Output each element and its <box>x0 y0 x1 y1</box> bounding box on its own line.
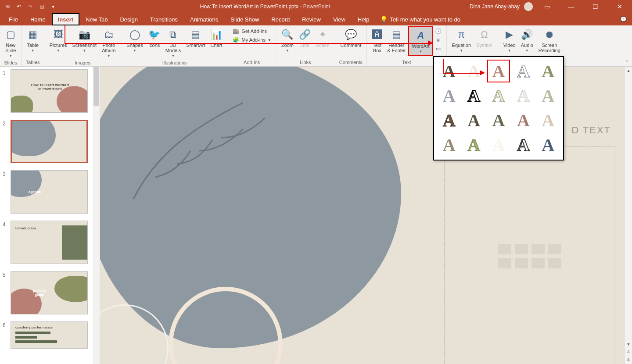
thumbnail-5[interactable]: 5 primary goals <box>0 271 100 314</box>
slide-number-button[interactable]: # <box>435 36 442 43</box>
tab-slideshow[interactable]: Slide Show <box>224 13 265 25</box>
wordart-style-1-4[interactable]: A <box>537 84 560 107</box>
thumbnail-2[interactable]: 2 <box>0 120 100 163</box>
undo-icon[interactable]: ↶ <box>15 3 23 11</box>
tab-record[interactable]: Record <box>265 13 296 25</box>
wordart-style-0-4[interactable]: A <box>537 60 560 82</box>
tab-review[interactable]: Review <box>296 13 327 25</box>
autosave-icon[interactable]: ⟲ <box>4 3 11 11</box>
insert-online-picture-icon[interactable] <box>515 258 528 268</box>
scroll-up-icon[interactable]: ▲ <box>625 67 632 75</box>
wordart-style-1-1[interactable]: A <box>462 84 485 107</box>
wordart-style-2-3[interactable]: A <box>512 109 535 132</box>
slide-thumbnail-panel[interactable]: 1 How To Insert WordArt In PowerPoint 2 … <box>0 67 100 364</box>
title-placeholder-text[interactable]: D TEXT <box>571 125 611 136</box>
insert-icon-icon[interactable] <box>548 258 561 268</box>
insert-table-icon[interactable] <box>498 244 511 254</box>
text-box-button[interactable]: 🅰 Text Box <box>370 26 384 54</box>
screen-recording-button[interactable]: ⏺ Screen Recording <box>536 26 563 54</box>
tab-design[interactable]: Design <box>114 13 144 25</box>
previous-slide-icon[interactable]: ≙ <box>625 348 632 356</box>
content-placeholder[interactable] <box>444 146 615 364</box>
tab-help[interactable]: Help <box>352 13 376 25</box>
redo-icon[interactable]: ↷ <box>26 3 34 11</box>
wordart-style-2-4[interactable]: A <box>537 109 560 132</box>
my-addins-button[interactable]: 🧩My Add-ins ▼ <box>233 36 271 43</box>
pictures-button[interactable]: 🖼 Pictures ▼ <box>47 26 70 54</box>
wordart-style-3-2[interactable]: A <box>487 133 510 156</box>
insert-picture-icon[interactable] <box>498 258 511 268</box>
tab-view[interactable]: View <box>327 13 352 25</box>
screenshot-icon: 📷 <box>79 28 90 42</box>
object-button[interactable]: ▭ <box>435 45 442 52</box>
link-button: 🔗 Link <box>296 26 313 49</box>
thumbnail-1[interactable]: 1 How To Insert WordArt In PowerPoint <box>0 69 100 113</box>
new-slide-button[interactable]: ▢ New Slide ▼ <box>3 26 18 59</box>
get-addins-button[interactable]: 🏬Get Add-ins <box>233 28 271 35</box>
tell-me-search[interactable]: 💡 Tell me what you want to do <box>380 13 460 25</box>
equation-icon: π <box>458 28 465 42</box>
tab-insert[interactable]: Insert <box>52 13 79 25</box>
wordart-style-3-1[interactable]: A <box>462 133 485 156</box>
tab-home[interactable]: Home <box>24 13 52 25</box>
wordart-style-3-4[interactable]: A <box>537 133 560 156</box>
tab-animations[interactable]: Animations <box>184 13 224 25</box>
chevron-down-icon: ▼ <box>133 49 136 53</box>
icons-button[interactable]: 🐦 Icons <box>146 26 163 49</box>
qat-customize-icon[interactable]: ▾ <box>49 3 57 11</box>
maximize-button[interactable]: ☐ <box>585 0 605 13</box>
wordart-style-2-2[interactable]: A <box>487 109 510 132</box>
photo-album-icon: 🗂 <box>104 28 114 42</box>
wordart-gallery[interactable]: AAAAAAAAAAAAAAAAAAAA <box>433 56 564 161</box>
wordart-style-3-3[interactable]: A <box>512 133 535 156</box>
tab-newtab[interactable]: New Tab <box>79 13 114 25</box>
thumbnail-3[interactable]: 3 agenda <box>0 170 100 214</box>
insert-chart-icon[interactable] <box>515 244 528 254</box>
insert-video-icon[interactable] <box>531 258 545 268</box>
wordart-style-0-2[interactable]: A <box>487 60 510 82</box>
editor-vertical-scrollbar[interactable]: ▲ ▼ ≙ ≚ <box>625 67 632 364</box>
ribbon-display-options-icon[interactable]: ▭ <box>537 0 557 13</box>
wordart-style-0-3[interactable]: A <box>512 60 535 82</box>
wordart-style-2-1[interactable]: A <box>462 109 485 132</box>
user-area: Dina Jane Abay-abay ▭ — ☐ ✕ <box>470 0 632 13</box>
collapse-ribbon-icon[interactable]: ⌃ <box>625 60 628 64</box>
wordart-style-1-0[interactable]: A <box>438 84 460 107</box>
close-button[interactable]: ✕ <box>610 0 629 13</box>
zoom-button[interactable]: 🔍 Zoom ▼ <box>279 26 296 54</box>
thumbnail-6[interactable]: 6 quarterly performance <box>0 321 100 349</box>
app-name: PowerPoint <box>303 4 330 10</box>
comment-button[interactable]: 💬 Comment <box>338 26 364 49</box>
group-images: 🖼 Pictures ▼ 📷 Screenshot ▼ 🗂 Photo Albu… <box>44 25 122 66</box>
minimize-button[interactable]: — <box>561 0 581 13</box>
smartart-button[interactable]: ▤ SmartArt <box>183 26 208 49</box>
wordart-style-1-3[interactable]: A <box>512 84 535 107</box>
thumbnail-scrollbar[interactable] <box>93 67 100 364</box>
audio-button[interactable]: 🔊 Audio ▼ <box>518 26 536 54</box>
header-footer-button[interactable]: ▤ Header & Footer <box>384 26 408 54</box>
equation-button[interactable]: π Equation ▼ <box>449 26 474 54</box>
insert-3d-icon[interactable] <box>548 244 561 254</box>
screenshot-button[interactable]: 📷 Screenshot ▼ <box>70 26 100 54</box>
date-time-button[interactable]: 🕓 <box>435 28 442 35</box>
next-slide-icon[interactable]: ≚ <box>625 356 632 364</box>
wordart-style-0-0[interactable]: A <box>438 60 460 82</box>
chart-button[interactable]: 📊 Chart <box>208 26 225 49</box>
wordart-style-3-0[interactable]: A <box>438 133 460 156</box>
table-button[interactable]: ▦ Table ▼ <box>24 26 41 54</box>
insert-smartart-icon[interactable] <box>531 244 545 254</box>
shapes-button[interactable]: ◯ Shapes ▼ <box>124 26 145 54</box>
start-from-beginning-icon[interactable]: ▤ <box>38 3 46 11</box>
tab-transitions[interactable]: Transitions <box>144 13 184 25</box>
tab-file[interactable]: File <box>3 13 24 25</box>
new-slide-icon: ▢ <box>6 28 15 42</box>
user-avatar[interactable] <box>524 2 533 11</box>
share-icon[interactable]: 💬 <box>614 13 632 25</box>
scroll-down-icon[interactable]: ▼ <box>625 340 632 348</box>
wordart-style-2-0[interactable]: A <box>438 109 460 132</box>
placeholder-icons <box>498 244 561 268</box>
thumbnail-4[interactable]: 4 introduction <box>0 221 100 264</box>
chevron-down-icon: ▼ <box>107 54 111 58</box>
wordart-style-1-2[interactable]: A <box>487 84 510 107</box>
video-button[interactable]: ▶ Video ▼ <box>501 26 518 54</box>
